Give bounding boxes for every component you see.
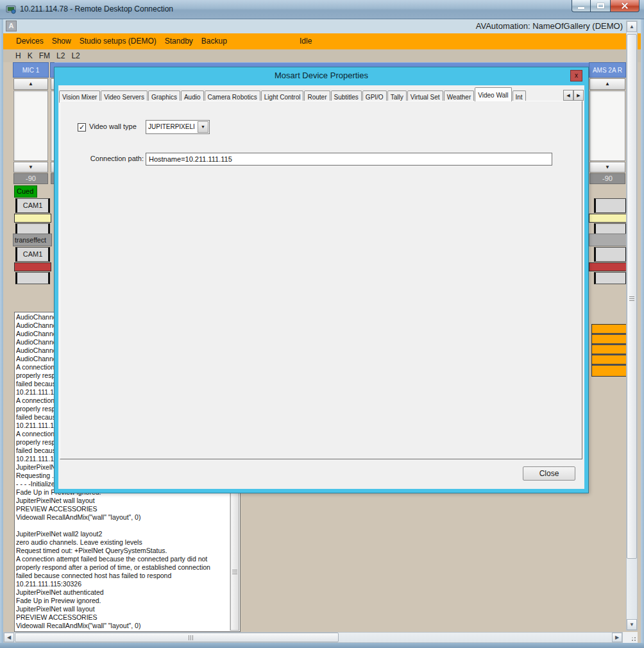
blank-source-button-2[interactable] xyxy=(15,272,50,284)
cam1-button[interactable]: CAM1 xyxy=(15,198,50,213)
remote-desktop-window: 10.211.114.78 - Remote Desktop Connectio… xyxy=(0,0,644,648)
fader-track[interactable] xyxy=(13,90,48,161)
window-title: 10.211.114.78 - Remote Desktop Connectio… xyxy=(20,4,173,13)
connection-path-input[interactable] xyxy=(146,153,552,166)
cued-badge: Cued xyxy=(14,185,37,198)
dialog-body: Vision MixerVideo ServersGraphicsAudioCa… xyxy=(58,85,584,489)
log-line xyxy=(16,522,229,530)
tab-scroll-right-button[interactable]: ▶ xyxy=(573,90,584,101)
window-border-right xyxy=(641,19,644,643)
menu-bar: DevicesShowStudio setups (DEMO)StandbyBa… xyxy=(3,33,641,49)
maximize-icon xyxy=(597,3,604,8)
shortcut-item[interactable]: K xyxy=(28,49,33,62)
minimize-button[interactable] xyxy=(572,0,591,12)
connection-path-label: Connection path: xyxy=(83,155,144,162)
horizontal-scroll-thumb[interactable] xyxy=(15,633,339,642)
fader-header: AMS 2A R xyxy=(589,62,626,78)
fader-up-button[interactable]: ▲ xyxy=(13,78,48,90)
dialog-title: Mosart Device Properties xyxy=(55,71,588,80)
fader-up-button[interactable]: ▲ xyxy=(589,78,625,90)
log-line: JupiterPixelNet wall layout xyxy=(16,497,229,505)
scroll-down-button[interactable]: ▼ xyxy=(627,619,637,630)
fader-ams2ar: AMS 2A R ▲ ▼ -90 xyxy=(589,62,626,184)
maximize-button[interactable] xyxy=(591,0,610,12)
fader-track[interactable] xyxy=(589,90,625,161)
log-line: JupiterPixelNet wall layout xyxy=(16,605,229,613)
menu-item[interactable]: Devices xyxy=(16,33,44,49)
log-line: properly respond after a period of time,… xyxy=(16,563,229,572)
log-line: 10.211.111.115:30326 xyxy=(16,580,229,588)
rundown-row[interactable] xyxy=(592,335,627,345)
scroll-up-button[interactable]: ▲ xyxy=(627,21,637,32)
fader-header: MIC 1 xyxy=(13,62,49,78)
program-strip xyxy=(14,262,51,271)
scroll-right-button[interactable]: ▶ xyxy=(612,633,622,642)
resize-grip[interactable] xyxy=(623,632,638,643)
fader-down-button[interactable]: ▼ xyxy=(589,162,625,173)
window-border-bottom xyxy=(0,643,644,648)
log-line: JupiterPixelNet wall2 layout2 xyxy=(16,530,229,538)
shortcut-item[interactable]: L2 xyxy=(56,49,65,62)
dialog-tab[interactable]: Video Wall xyxy=(475,87,511,101)
rundown-row[interactable] xyxy=(592,366,627,376)
menu-item[interactable]: Standby xyxy=(165,33,193,49)
window-titlebar[interactable]: 10.211.114.78 - Remote Desktop Connectio… xyxy=(0,0,644,19)
right-source-button-4[interactable] xyxy=(594,272,627,284)
log-line: A connection attempt failed because the … xyxy=(16,555,229,563)
app-vertical-scrollbar[interactable]: ▲ ▼ xyxy=(626,21,638,631)
scroll-grip-icon xyxy=(189,635,194,640)
shortcut-bar: HKFML2L2 xyxy=(3,49,641,62)
app-titlebar: A AVAutomation: NameOfGallery (DEMO) xyxy=(3,19,641,33)
shortcut-item[interactable]: FM xyxy=(39,49,50,62)
log-line: PREVIEW ACCESSORIES xyxy=(16,613,229,622)
scroll-grip-icon xyxy=(232,570,237,575)
video-wall-type-dropdown[interactable]: JUPITERPIXELI ▼ xyxy=(146,120,210,134)
app-icon: A xyxy=(6,21,17,31)
rundown-row[interactable] xyxy=(592,355,627,366)
fader-mic1: MIC 1 ▲ ▼ -90 xyxy=(13,62,49,184)
shortcut-item[interactable]: H xyxy=(15,49,21,62)
minimize-icon xyxy=(578,7,584,9)
vertical-scroll-thumb[interactable] xyxy=(627,34,637,559)
right-transition-band xyxy=(589,234,627,246)
video-wall-tab-page: ✓ Video wall type JUPITERPIXELI ▼ Connec… xyxy=(60,101,582,459)
scroll-left-button[interactable]: ◀ xyxy=(4,633,14,642)
scroll-grip-icon xyxy=(629,296,634,302)
video-wall-type-checkbox[interactable]: ✓ xyxy=(78,123,86,132)
app-horizontal-scrollbar[interactable]: ◀ ▶ xyxy=(3,632,623,643)
close-icon xyxy=(621,2,629,10)
transition-effect-label[interactable]: transeffect xyxy=(13,234,52,246)
shortcut-item[interactable]: L2 xyxy=(71,49,80,62)
log-line: Request timed out: +PixelNet QuerySystem… xyxy=(16,547,229,555)
chevron-down-icon[interactable]: ▼ xyxy=(198,121,208,133)
right-preview-strip xyxy=(589,214,627,223)
window-controls xyxy=(572,0,640,13)
tab-scroll-buttons: ◀ ▶ xyxy=(563,90,584,101)
video-wall-type-label: Video wall type xyxy=(89,123,137,130)
preview-strip xyxy=(14,214,51,223)
menu-item[interactable]: Studio setups (DEMO) xyxy=(80,33,157,49)
dropdown-value: JUPITERPIXELI xyxy=(148,123,197,130)
close-window-button[interactable] xyxy=(610,0,640,12)
dialog-close-button[interactable]: x xyxy=(570,70,582,81)
menu-item[interactable]: Show xyxy=(52,33,71,49)
fader-level: -90 xyxy=(589,173,625,184)
log-line: PREVIEW ACCESSORIES xyxy=(16,505,229,513)
log-line: Videowall RecallAndMix("wall" "layout", … xyxy=(16,513,229,522)
tab-scroll-left-button[interactable]: ◀ xyxy=(563,90,573,101)
app-title: AVAutomation: NameOfGallery (DEMO) xyxy=(476,21,623,31)
rundown-row[interactable] xyxy=(592,325,627,335)
rdp-icon xyxy=(6,4,16,15)
cam1-button-2[interactable]: CAM1 xyxy=(15,247,50,262)
right-source-button[interactable] xyxy=(594,198,627,213)
log-line: JupiterPixelNet authenticated xyxy=(16,588,229,597)
fader-down-button[interactable]: ▼ xyxy=(13,162,48,173)
menu-item[interactable]: Backup xyxy=(201,33,227,49)
rundown-row[interactable] xyxy=(592,345,627,355)
mosart-device-properties-dialog: Mosart Device Properties x Vision MixerV… xyxy=(55,67,588,493)
log-line: Fade Up in Preview ignored. xyxy=(16,597,229,605)
right-program-strip xyxy=(589,262,627,271)
right-source-button-3[interactable] xyxy=(594,247,627,262)
dialog-close-action-button[interactable]: Close xyxy=(523,466,575,481)
fader-partial xyxy=(50,62,55,184)
